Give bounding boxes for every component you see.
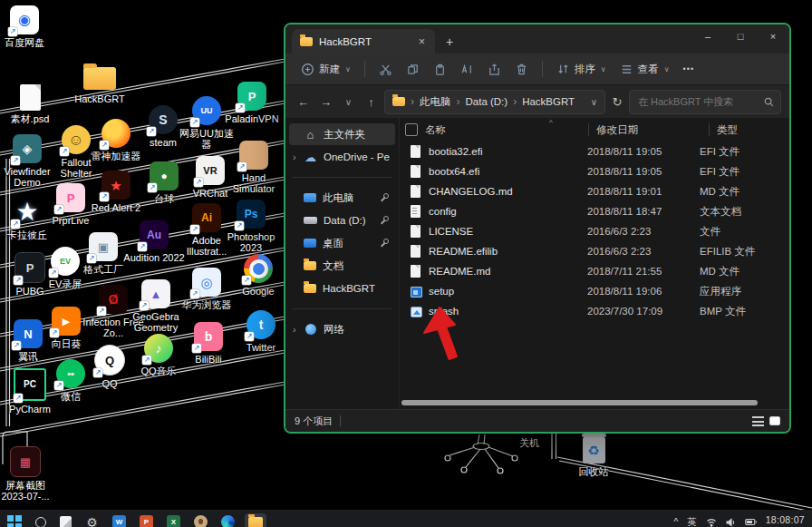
taskbar-excel-button[interactable]: X (167, 515, 180, 527)
sidebar-item-data-d[interactable]: Data (D:) (289, 210, 395, 231)
taskbar-word-button[interactable]: W (112, 515, 126, 527)
taskbar-snip-button[interactable] (60, 515, 72, 527)
drive-icon (304, 217, 317, 224)
paste-button[interactable] (427, 59, 453, 80)
address-dropdown-chevron[interactable]: ∨ (591, 97, 597, 107)
file-row-bootia32.efi[interactable]: bootia32.efi2018/8/11 19:05EFI 文件 (400, 142, 789, 161)
close-button[interactable]: × (757, 24, 789, 48)
column-divider[interactable] (709, 123, 710, 136)
file-row-LICENSE[interactable]: LICENSE2016/6/3 2:23文件 (400, 221, 789, 241)
new-tab-button[interactable]: + (446, 34, 453, 49)
file-row-README.md[interactable]: README.md2018/7/11 21:55MD 文件 (400, 261, 789, 281)
sidebar-item-this-pc[interactable]: 此电脑 (289, 187, 395, 209)
maximize-button[interactable]: □ (724, 24, 757, 48)
copy-button[interactable] (400, 59, 426, 80)
taskbar-edge-button[interactable] (221, 515, 235, 527)
tab-hackbgrt[interactable]: HackBGRT × (292, 29, 435, 54)
column-divider[interactable] (588, 123, 589, 136)
back-button[interactable]: ← (294, 95, 313, 109)
select-all-checkbox[interactable] (405, 123, 418, 136)
sidebar-item-label: 网络 (324, 323, 344, 337)
tab-close-button[interactable]: × (417, 35, 427, 48)
horizontal-scrollbar[interactable] (401, 400, 780, 406)
sidebar-item-hackbgrt[interactable]: HackBGRT (289, 278, 395, 299)
file-type: BMP 文件 (700, 305, 776, 318)
taskbar-settings-button[interactable]: ⚙ (85, 515, 99, 527)
sort-button[interactable]: 排序 ∨ (550, 59, 613, 80)
taskbar-explorer-button[interactable] (245, 513, 266, 527)
recent-locations-button[interactable]: ∨ (339, 97, 358, 107)
new-button[interactable]: 新建 ∨ (295, 59, 357, 80)
details-view-button[interactable] (752, 416, 764, 426)
desktop-icon-baidu-netdisk[interactable]: ◉↗百度网盘 (0, 4, 55, 48)
shutdown-shortcut-label[interactable]: 关机 (519, 436, 539, 450)
file-explorer-window: HackBGRT × + – □ × 新建 ∨ (284, 23, 791, 434)
breadcrumb-item[interactable]: Data (D:) (466, 96, 508, 107)
file-name: LICENSE (429, 226, 587, 237)
share-button[interactable] (481, 59, 508, 80)
file-row-config[interactable]: config2018/8/11 18:47文本文档 (400, 201, 789, 221)
taskbar-compass-button[interactable] (194, 515, 208, 527)
column-header-type[interactable]: 类型 (717, 123, 789, 137)
taskbar-search-button[interactable] (35, 515, 46, 527)
shortcut-overlay-icon: ↗ (100, 141, 109, 150)
desktop-icon-paladin-vpn[interactable]: P↗PaladinVPN (221, 80, 283, 124)
taskbar-powerpoint-button[interactable]: P (140, 515, 153, 527)
net-icon (305, 324, 316, 335)
refresh-button[interactable]: ↻ (609, 95, 625, 109)
sidebar-item-home[interactable]: ⌂主文件夹 (289, 123, 395, 145)
ime-indicator[interactable]: 英 (687, 516, 697, 527)
desktop-icon-hackbgrt-folder[interactable]: HackBGRT (69, 60, 130, 104)
file-row-setup[interactable]: setup2018/8/11 19:06应用程序 (400, 281, 789, 301)
file-row-CHANGELOG.md[interactable]: CHANGELOG.md2018/8/11 19:01MD 文件 (400, 181, 789, 201)
divider (364, 61, 365, 77)
desktop-icon-photoshop-2023[interactable]: Ps↗Photoshop 2023 (220, 198, 282, 254)
desktop-icon-sucai-psd[interactable]: 素材.psd (0, 80, 61, 124)
shortcut-overlay-icon: ↗ (54, 205, 63, 214)
sort-ascending-caret-icon: ^ (549, 118, 553, 126)
share-icon (488, 63, 501, 76)
breadcrumb-item[interactable]: HackBGRT (522, 96, 575, 107)
desktop-icon-twitter[interactable]: t↗Twitter (230, 308, 292, 353)
recycle-bin-icon: ♻ (583, 437, 605, 464)
search-box[interactable] (629, 90, 781, 114)
chevron-right-icon[interactable]: › (293, 151, 296, 162)
taskbar-start-button[interactable] (7, 515, 22, 527)
cut-button[interactable] (372, 59, 399, 80)
sidebar-item-label: 主文件夹 (324, 128, 365, 142)
desktop-icon-hand-simulator[interactable]: ↗Hand Simulator (223, 139, 285, 195)
sidebar-item-desktop[interactable]: 桌面 (289, 232, 395, 254)
up-button[interactable]: ↑ (362, 95, 381, 109)
sucai-psd-icon (20, 84, 41, 111)
large-icons-view-button[interactable] (769, 416, 780, 425)
column-header-name[interactable]: 名称 (425, 123, 588, 137)
breadcrumb-item[interactable]: 此电脑 (420, 95, 451, 109)
forward-button[interactable]: → (316, 95, 335, 109)
sidebar-item-label: 文档 (323, 259, 343, 273)
sidebar-item-label: Data (D:) (324, 215, 366, 226)
breadcrumb[interactable]: ›此电脑›Data (D:)›HackBGRT ∨ (384, 90, 605, 114)
desktop-icon-screenshot-2023[interactable]: ▦屏幕截图 2023-07-... (0, 446, 56, 503)
minimize-button[interactable]: – (691, 24, 724, 48)
sidebar-item-onedrive[interactable]: ›☁OneDrive - Persor (289, 146, 395, 168)
search-input[interactable] (636, 95, 759, 108)
delete-button[interactable] (508, 59, 535, 80)
file-row-README.efilib[interactable]: README.efilib2016/6/3 2:23EFILIB 文件 (400, 241, 789, 261)
volume-icon[interactable] (726, 518, 736, 527)
chevron-right-icon[interactable]: › (293, 324, 296, 335)
sidebar-item-network[interactable]: ›网络 (289, 318, 395, 340)
taskbar-clock[interactable]: 18:08:07 (766, 514, 805, 525)
column-header-row: 名称 ^ 修改日期 类型 大小 (400, 118, 789, 142)
desktop-icon-google-chrome[interactable]: ↗Google (227, 252, 289, 297)
scrollbar-thumb[interactable] (401, 400, 758, 405)
desktop-icon-recycle-bin[interactable]: ♻回收站 (563, 433, 624, 477)
tray-overflow-chevron-icon[interactable]: ^ (674, 517, 679, 527)
view-button[interactable]: 查看 ∨ (614, 59, 676, 80)
column-header-date[interactable]: 修改日期 (596, 123, 709, 137)
file-row-bootx64.efi[interactable]: bootx64.efi2018/8/11 19:05EFI 文件 (400, 161, 789, 181)
more-button[interactable]: ••• (677, 61, 701, 77)
battery-icon[interactable] (745, 518, 757, 526)
sidebar-item-documents[interactable]: 文档 (289, 255, 395, 277)
rename-button[interactable] (454, 59, 480, 80)
wifi-icon[interactable] (706, 518, 717, 527)
